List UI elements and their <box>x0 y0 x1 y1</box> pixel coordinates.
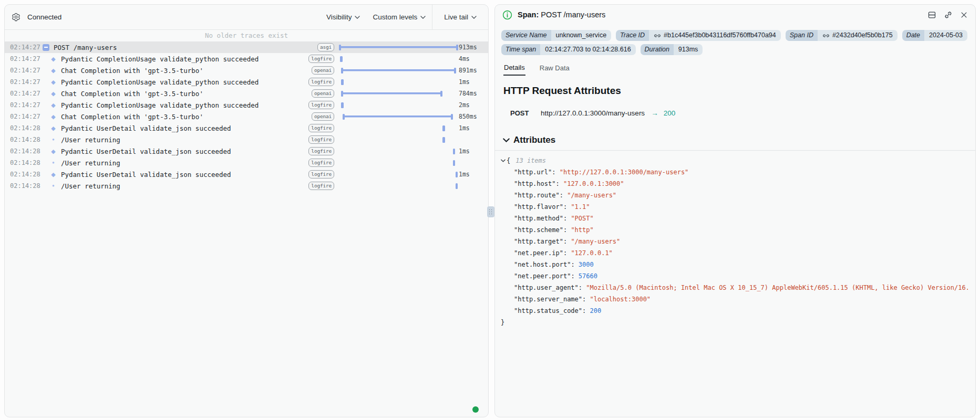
collapse-toggle-icon[interactable] <box>42 44 50 51</box>
trace-duration: 784ms <box>459 90 488 97</box>
duration-bar <box>341 91 442 97</box>
trace-timestamp: 02:14:28 <box>10 148 42 155</box>
custom-levels-dropdown[interactable]: Custom levels <box>366 5 432 29</box>
trace-duration: 1ms <box>459 124 488 132</box>
json-entry: "http.url": "http://127.0.0.1:3000/many-… <box>501 166 968 178</box>
tab-details[interactable]: Details <box>503 64 525 76</box>
attributes-section-toggle[interactable]: Attributes <box>495 135 975 145</box>
trace-duration: 850ms <box>459 113 488 120</box>
span-actions <box>927 10 968 19</box>
badge-value-text: unknown_service <box>556 30 607 41</box>
span-title: Span: POST /many-users <box>518 10 605 19</box>
split-view-button[interactable] <box>927 10 936 19</box>
metadata-badge: Service Nameunknown_service <box>501 30 611 41</box>
trace-row[interactable]: 02:14:27◆Chat Completion with 'gpt-3.5-t… <box>5 88 488 99</box>
duration-bar <box>442 137 445 143</box>
scope-tag: openai <box>312 112 334 121</box>
trace-row[interactable]: 02:14:27◆Chat Completion with 'gpt-3.5-t… <box>5 111 488 122</box>
trace-tag-cell: openai <box>307 66 334 75</box>
trace-row-label: POST /many-users <box>54 44 307 51</box>
trace-timeline <box>338 65 459 76</box>
trace-tag-cell: logfire <box>307 170 334 178</box>
live-indicator-dot <box>472 406 479 413</box>
trace-timeline <box>338 99 459 111</box>
arrow-right-icon: → <box>651 109 658 117</box>
trace-row[interactable]: 02:14:28◆Pydantic UserDetail validate_js… <box>5 145 488 157</box>
trace-row[interactable]: 02:14:27POST /many-usersasgi913ms <box>5 41 488 53</box>
duration-bar <box>341 102 344 108</box>
json-value: 57660 <box>579 272 597 280</box>
copy-link-icon[interactable] <box>822 32 830 39</box>
trace-row[interactable]: 02:14:28◆Pydantic UserDetail validate_js… <box>5 169 488 180</box>
metadata-badge: Date2024-05-03 <box>902 30 967 41</box>
span-details-panel: Span: POST /many-users Service Nameunkno… <box>494 4 976 417</box>
span-kind-label: Span: <box>518 10 539 19</box>
json-entry: "http.host": "127.0.0.1:3000" <box>501 178 968 190</box>
json-value: "127.0.0.1" <box>571 249 612 257</box>
trace-tag-cell: logfire <box>307 78 334 86</box>
diamond-glyph: ◆ <box>51 114 55 120</box>
trace-row[interactable]: 02:14:27◆Chat Completion with 'gpt-3.5-t… <box>5 65 488 76</box>
json-key: "http.host" <box>514 180 555 187</box>
close-panel-button[interactable] <box>960 10 968 19</box>
panel-splitter-handle[interactable] <box>487 206 494 217</box>
badge-label: Service Name <box>501 30 551 41</box>
link-icon <box>654 32 661 39</box>
visibility-dropdown[interactable]: Visibility <box>320 5 367 29</box>
log-circle-icon: ● <box>49 138 58 142</box>
trace-row[interactable]: 02:14:28●/User returninglogfire <box>5 134 488 145</box>
badge-value: unknown_service <box>551 30 612 41</box>
settings-button[interactable] <box>12 13 20 22</box>
app-root: Connected Visibility Custom levels Live … <box>0 0 980 420</box>
traces-toolbar: Connected Visibility Custom levels Live … <box>5 5 488 30</box>
json-key: "http.status_code" <box>514 307 582 314</box>
json-entry: "http.status_code": 200 <box>501 305 968 317</box>
trace-row-label: /User returning <box>61 159 307 167</box>
json-collapse-toggle[interactable] <box>501 159 506 162</box>
json-colon: : <box>560 192 567 199</box>
json-key: "http.url" <box>514 169 552 176</box>
trace-tag-cell: openai <box>307 112 334 121</box>
trace-timeline <box>338 157 459 169</box>
trace-row[interactable]: 02:14:27◆Pydantic CompletionUsage valida… <box>5 99 488 111</box>
scope-tag: logfire <box>308 78 334 86</box>
trace-row[interactable]: 02:14:27◆Pydantic CompletionUsage valida… <box>5 53 488 65</box>
json-key: "http.server_name" <box>514 296 582 303</box>
diamond-glyph: ◆ <box>51 79 55 85</box>
trace-duration: 1ms <box>459 171 488 178</box>
json-item-count: 13 items <box>515 155 546 166</box>
trace-row[interactable]: 02:14:28◆Pydantic UserDetail validate_js… <box>5 122 488 134</box>
trace-row[interactable]: 02:14:28●/User returninglogfire <box>5 180 488 192</box>
json-key: "http.method" <box>514 215 563 222</box>
trace-timeline <box>338 41 459 53</box>
trace-row[interactable]: 02:14:27◆Pydantic CompletionUsage valida… <box>5 76 488 88</box>
trace-row-label: Pydantic UserDetail validate_json succee… <box>61 171 307 178</box>
trace-row[interactable]: 02:14:28●/User returninglogfire <box>5 157 488 169</box>
json-colon: : <box>563 249 571 257</box>
copy-link-button[interactable] <box>944 10 953 19</box>
tab-raw-data[interactable]: Raw Data <box>539 64 570 76</box>
badge-value-text: #2432d40ef5b0b175 <box>832 30 893 41</box>
scope-tag: logfire <box>308 101 334 109</box>
live-tail-label: Live tail <box>444 13 468 21</box>
scope-tag: openai <box>312 89 334 98</box>
circle-glyph: ● <box>52 161 55 165</box>
no-older-traces-notice: No older traces exist <box>5 30 488 41</box>
http-request-attributes-heading: HTTP Request Attributes <box>503 85 967 97</box>
live-tail-dropdown[interactable]: Live tail <box>444 13 477 21</box>
log-circle-icon: ● <box>49 184 58 188</box>
trace-duration: 891ms <box>459 67 488 74</box>
json-value: "1.1" <box>571 203 590 211</box>
http-url: http://127.0.0.1:3000/many-users <box>541 109 645 117</box>
json-colon: : <box>552 169 559 176</box>
trace-timeline <box>338 53 459 65</box>
trace-row-label: Chat Completion with 'gpt-3.5-turbo' <box>61 90 307 98</box>
span-name: POST /many-users <box>541 10 605 19</box>
trace-row-label: Pydantic CompletionUsage validate_python… <box>61 101 307 109</box>
diamond-glyph: ◆ <box>51 91 55 97</box>
json-close-line: } <box>501 317 968 328</box>
json-colon: : <box>563 203 571 211</box>
json-close-brace: } <box>501 319 504 326</box>
copy-link-icon[interactable] <box>654 32 661 39</box>
json-key: "http.user_agent" <box>514 284 579 291</box>
